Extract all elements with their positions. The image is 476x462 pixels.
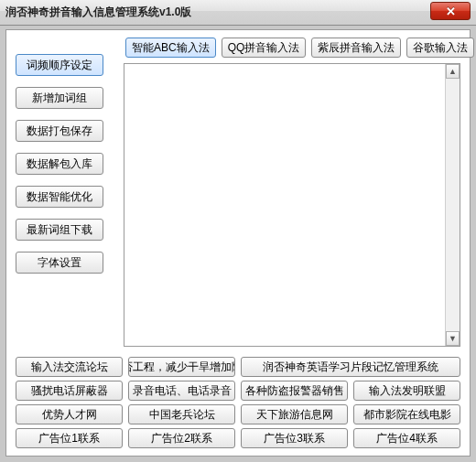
ime-btn-google[interactable]: 谷歌输入法: [406, 38, 474, 58]
link-call-blocker[interactable]: 骚扰电话屏蔽器: [16, 381, 123, 401]
link-english-learning[interactable]: 润否神奇英语学习片段记忆管理系统: [241, 357, 460, 377]
link-city-movie[interactable]: 都市影院在线电影: [353, 404, 460, 424]
client-area: 智能ABC输入法 QQ拼音输入法 紫辰拼音输入法 谷歌输入法 词频顺序设定 新增…: [5, 29, 471, 457]
link-forum[interactable]: 输入法交流论坛: [16, 357, 123, 377]
scroll-up-button[interactable]: ▲: [446, 64, 460, 79]
sidebar-btn-pack-save[interactable]: 数据打包保存: [16, 120, 103, 142]
ime-btn-qq[interactable]: QQ拼音输入法: [222, 38, 307, 58]
scroll-down-button[interactable]: ▼: [446, 331, 460, 346]
link-ad4[interactable]: 广告位4联系: [353, 428, 460, 448]
ime-btn-zichen[interactable]: 紫辰拼音输入法: [311, 38, 401, 58]
link-ad3[interactable]: 广告位3联系: [241, 428, 348, 448]
sidebar: 词频顺序设定 新增加词组 数据打包保存 数据解包入库 数据智能优化 最新词组下载…: [16, 54, 107, 274]
link-veteran-forum[interactable]: 中国老兵论坛: [128, 404, 235, 424]
link-talent-net[interactable]: 优势人才网: [16, 404, 123, 424]
main-textarea[interactable]: ▲ ▼: [124, 63, 460, 347]
close-icon: ✕: [446, 5, 456, 18]
link-call-record[interactable]: 录音电话、电话录音: [128, 381, 235, 401]
bottom-links-grid: 输入法交流论坛 润否工程，减少干旱增加降雨 润否神奇英语学习片段记忆管理系统 骚…: [16, 357, 460, 448]
link-alarm-sales[interactable]: 各种防盗报警器销售: [241, 381, 348, 401]
titlebar: 润否神奇拼音输入信息管理系统v1.0版 ✕: [0, 0, 476, 26]
ime-btn-abc[interactable]: 智能ABC输入法: [125, 38, 216, 58]
ime-button-row: 智能ABC输入法 QQ拼音输入法 紫辰拼音输入法 谷歌输入法: [125, 38, 460, 58]
sidebar-btn-download[interactable]: 最新词组下载: [16, 219, 103, 241]
window-title: 润否神奇拼音输入信息管理系统v1.0版: [5, 5, 191, 20]
link-ad1[interactable]: 广告位1联系: [16, 428, 123, 448]
sidebar-btn-unpack-load[interactable]: 数据解包入库: [16, 153, 103, 175]
link-ad2[interactable]: 广告位2联系: [128, 428, 235, 448]
link-runfou-project[interactable]: 润否工程，减少干旱增加降雨: [128, 357, 235, 377]
textarea-content[interactable]: [124, 64, 445, 346]
sidebar-btn-optimize[interactable]: 数据智能优化: [16, 186, 103, 208]
link-travel-info[interactable]: 天下旅游信息网: [241, 404, 348, 424]
close-button[interactable]: ✕: [430, 2, 471, 20]
sidebar-btn-word-freq[interactable]: 词频顺序设定: [16, 54, 103, 76]
sidebar-btn-add-phrase[interactable]: 新增加词组: [16, 87, 103, 109]
link-invention-union[interactable]: 输入法发明联盟: [353, 381, 460, 401]
vertical-scrollbar[interactable]: ▲ ▼: [445, 64, 460, 346]
scroll-track[interactable]: [446, 79, 460, 331]
app-window: 润否神奇拼音输入信息管理系统v1.0版 ✕ 智能ABC输入法 QQ拼音输入法 紫…: [0, 0, 476, 462]
sidebar-btn-font[interactable]: 字体设置: [16, 252, 103, 274]
